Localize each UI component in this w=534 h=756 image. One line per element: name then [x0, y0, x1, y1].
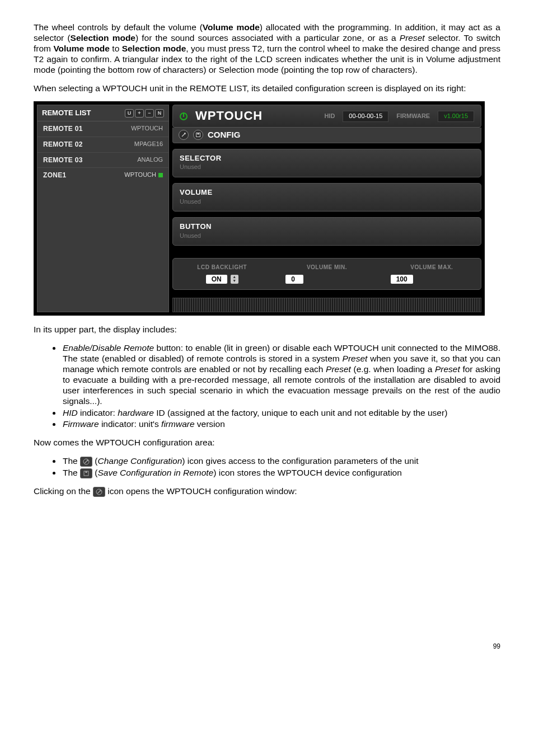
text: Clicking on the	[34, 486, 93, 496]
hid-label: HID	[324, 112, 335, 120]
firmware-value: v1.00r15	[438, 111, 474, 121]
change-config-icon	[93, 487, 105, 497]
remote-row[interactable]: REMOTE 02 MPAGE16	[38, 137, 168, 152]
screenshot-panel: REMOTE LIST U + − N REMOTE 01 WPTOUCH RE…	[34, 101, 485, 316]
remote-name: REMOTE 01	[43, 125, 83, 133]
toolbar-add-button[interactable]: +	[135, 109, 144, 118]
volmin-label: VOLUME MIN.	[285, 264, 368, 271]
bold: Selection mode	[71, 33, 135, 43]
list-upper: Enable/Disable Remote button: to enable …	[62, 343, 500, 430]
remote-type: WPTOUCH	[131, 125, 163, 133]
remote-type: MPAGE16	[134, 140, 163, 149]
toolbar-remove-button[interactable]: −	[145, 109, 154, 118]
device-title: WPTOUCH	[195, 109, 263, 124]
remote-list-panel: REMOTE LIST U + − N REMOTE 01 WPTOUCH RE…	[37, 105, 169, 312]
remote-row[interactable]: REMOTE 03 ANALOG	[38, 152, 168, 168]
svg-rect-4	[86, 471, 87, 473]
volmax-col: VOLUME MAX. 100	[391, 264, 473, 284]
text: (e.g. when loading a	[351, 364, 435, 374]
toolbar-u-button[interactable]: U	[125, 109, 134, 118]
italic: HID	[63, 408, 78, 417]
toolbar-n-button[interactable]: N	[155, 109, 164, 118]
italic: Preset	[400, 33, 425, 43]
backlight-label: LCD BACKLIGHT	[181, 264, 263, 271]
backlight-value: ON	[206, 275, 227, 284]
italic: Change Configuration	[97, 456, 182, 466]
volmax-value[interactable]: 100	[391, 275, 413, 284]
remote-name: REMOTE 03	[43, 156, 83, 165]
detail-panel: WPTOUCH HID 00-00-00-15 FIRMWARE v1.00r1…	[169, 105, 481, 312]
paragraph-2: When selecting a WPTOUCH unit in the REM…	[34, 83, 500, 94]
li-save-config: The (Save Configuration in Remote) icon …	[62, 468, 500, 478]
remote-type-text: WPTOUCH	[124, 171, 156, 178]
bold: Selection mode	[122, 44, 186, 53]
remote-list-header: REMOTE LIST U + − N	[38, 105, 168, 121]
card-subtitle: Unused	[180, 163, 474, 171]
italic: Preset	[435, 364, 460, 374]
change-config-icon[interactable]	[179, 130, 189, 140]
card-title: SELECTOR	[180, 154, 474, 163]
text: ) for the sound sources associated with …	[135, 33, 400, 43]
power-icon[interactable]	[180, 112, 188, 120]
volmax-label: VOLUME MAX.	[391, 264, 473, 271]
volume-card[interactable]: VOLUME Unused	[172, 183, 481, 212]
italic: Preset	[326, 364, 351, 374]
text: The wheel controls by default the volume…	[34, 22, 203, 32]
remote-type: WPTOUCH	[124, 171, 163, 180]
backlight-stepper[interactable]: ▲▼	[231, 275, 238, 284]
remote-row-selected[interactable]: ZONE1 WPTOUCH	[38, 167, 168, 183]
save-config-icon[interactable]	[193, 130, 203, 140]
remote-row[interactable]: REMOTE 01 WPTOUCH	[38, 121, 168, 137]
bold: Volume mode	[203, 22, 260, 32]
remote-name: ZONE1	[43, 171, 67, 180]
li-firmware: Firmware indicator: unit's firmware vers…	[62, 419, 500, 430]
card-subtitle: Unused	[180, 198, 474, 205]
toolbar-buttons: U + − N	[125, 109, 164, 118]
text: indicator: unit's	[99, 419, 162, 429]
card-title: BUTTON	[180, 222, 474, 231]
text: indicator:	[78, 408, 118, 417]
italic: Firmware	[63, 419, 99, 429]
hid-value: 00-00-00-15	[343, 111, 388, 121]
text: The	[63, 456, 80, 466]
text: The	[63, 468, 80, 477]
li-hid: HID indicator: hardware ID (assigned at …	[62, 408, 500, 419]
firmware-label: FIRMWARE	[396, 112, 430, 120]
config-bar: CONFIG	[172, 128, 481, 143]
volmin-col: VOLUME MIN. 0	[285, 264, 368, 284]
paragraph-5: Clicking on the icon opens the WPTOUCH c…	[34, 486, 500, 497]
italic: Save Configuration in Remote	[97, 468, 213, 477]
backlight-col: LCD BACKLIGHT ON ▲▼	[181, 264, 263, 284]
text: to	[110, 44, 122, 53]
list-config: The (Change Configuration) icon gives ac…	[62, 456, 500, 478]
enabled-dot-icon	[158, 173, 163, 177]
up-icon: ▲	[231, 275, 238, 279]
decorative-strip	[172, 298, 481, 312]
svg-rect-1	[198, 133, 199, 135]
remote-type: ANALOG	[137, 156, 163, 165]
button-card[interactable]: BUTTON Unused	[172, 217, 481, 246]
paragraph-3: In its upper part, the display includes:	[34, 325, 500, 335]
volmin-value[interactable]: 0	[285, 275, 303, 284]
config-label: CONFIG	[208, 130, 240, 140]
italic: hardware	[118, 408, 154, 417]
paragraph-4: Now comes the WPTOUCH configuration area…	[34, 438, 500, 448]
italic: Preset	[343, 354, 368, 363]
footer-controls: LCD BACKLIGHT ON ▲▼ VOLUME MIN. 0 VOLUME…	[172, 258, 481, 290]
italic: Enable/Disable Remote	[63, 343, 154, 353]
detail-header: WPTOUCH HID 00-00-00-15 FIRMWARE v1.00r1…	[172, 105, 481, 128]
text: version	[195, 419, 225, 429]
remote-name: REMOTE 02	[43, 140, 83, 149]
text: ) icon stores the WPTOUCH device configu…	[213, 468, 402, 477]
li-enable-disable: Enable/Disable Remote button: to enable …	[62, 343, 500, 406]
page-number: 99	[34, 642, 500, 651]
remote-list-title: REMOTE LIST	[42, 109, 91, 118]
down-icon: ▼	[231, 279, 238, 283]
save-config-icon	[80, 468, 92, 478]
change-config-icon	[80, 457, 92, 467]
italic: firmware	[161, 419, 194, 429]
text: ID (assigned at the factory, unique to e…	[154, 408, 447, 417]
selector-card[interactable]: SELECTOR Unused	[172, 149, 481, 177]
card-subtitle: Unused	[180, 232, 474, 240]
text: ) icon gives access to the configuration…	[182, 456, 418, 466]
